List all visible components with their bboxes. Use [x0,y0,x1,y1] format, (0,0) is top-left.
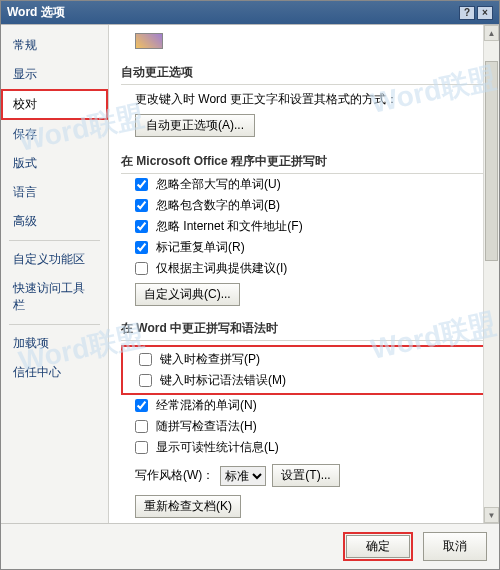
writing-style-select[interactable]: 标准 [220,466,266,486]
main-dict-only-checkbox[interactable] [135,262,148,275]
sidebar-item-proofing[interactable]: 校对 [1,89,108,120]
writing-style-label: 写作风格(W)： [135,467,214,484]
flag-repeated-label: 标记重复单词(R) [156,239,245,256]
confused-words-checkbox[interactable] [135,399,148,412]
sidebar-item-language[interactable]: 语言 [1,178,108,207]
section-word-title: 在 Word 中更正拼写和语法时 [121,314,487,341]
highlighted-spellcheck-group: 键入时检查拼写(P) 键入时标记语法错误(M) [121,345,487,395]
readability-stats-label: 显示可读性统计信息(L) [156,439,279,456]
main-panel: 自动更正选项 更改键入时 Word 更正文字和设置其格式的方式： 自动更正选项(… [109,25,499,523]
window-title: Word 选项 [7,4,65,21]
palette-icon [135,33,163,49]
sidebar-item-general[interactable]: 常规 [1,31,108,60]
ignore-internet-checkbox[interactable] [135,220,148,233]
ignore-numbers-checkbox[interactable] [135,199,148,212]
autocorrect-options-button[interactable]: 自动更正选项(A)... [135,114,255,137]
scroll-down-arrow[interactable]: ▼ [484,507,499,523]
confused-words-label: 经常混淆的单词(N) [156,397,257,414]
main-scroll-area: 自动更正选项 更改键入时 Word 更正文字和设置其格式的方式： 自动更正选项(… [109,25,499,523]
sidebar-divider [9,240,100,241]
flag-repeated-checkbox[interactable] [135,241,148,254]
grammar-with-spelling-label: 随拼写检查语法(H) [156,418,257,435]
ignore-numbers-label: 忽略包含数字的单词(B) [156,197,280,214]
grammar-with-spelling-checkbox[interactable] [135,420,148,433]
section-office-title: 在 Microsoft Office 程序中更正拼写时 [121,147,487,174]
vertical-scrollbar[interactable]: ▲ ▼ [483,25,499,523]
sidebar: 常规 显示 校对 保存 版式 语言 高级 自定义功能区 快速访问工具栏 加载项 … [1,25,109,523]
dialog-body: 常规 显示 校对 保存 版式 语言 高级 自定义功能区 快速访问工具栏 加载项 … [1,24,499,523]
word-options-window: Word 选项 ? × 常规 显示 校对 保存 版式 语言 高级 自定义功能区 … [0,0,500,570]
ok-highlight: 确定 [343,532,413,561]
ok-button[interactable]: 确定 [346,535,410,558]
sidebar-item-advanced[interactable]: 高级 [1,207,108,236]
ignore-internet-label: 忽略 Internet 和文件地址(F) [156,218,303,235]
mark-grammar-checkbox[interactable] [139,374,152,387]
scroll-up-arrow[interactable]: ▲ [484,25,499,41]
sidebar-divider [9,324,100,325]
mark-grammar-label: 键入时标记语法错误(M) [160,372,286,389]
recheck-document-button[interactable]: 重新检查文档(K) [135,495,241,518]
sidebar-item-layout[interactable]: 版式 [1,149,108,178]
ignore-uppercase-label: 忽略全部大写的单词(U) [156,176,281,193]
writing-style-settings-button[interactable]: 设置(T)... [272,464,339,487]
dialog-footer: 确定 取消 [1,523,499,569]
sidebar-item-customize-ribbon[interactable]: 自定义功能区 [1,245,108,274]
cancel-button[interactable]: 取消 [423,532,487,561]
sidebar-item-quick-access[interactable]: 快速访问工具栏 [1,274,108,320]
help-button[interactable]: ? [459,6,475,20]
main-dict-only-label: 仅根据主词典提供建议(I) [156,260,287,277]
scroll-track[interactable] [484,41,499,507]
custom-dictionaries-button[interactable]: 自定义词典(C)... [135,283,240,306]
sidebar-item-save[interactable]: 保存 [1,120,108,149]
scroll-thumb[interactable] [485,61,498,261]
ignore-uppercase-checkbox[interactable] [135,178,148,191]
autocorrect-label: 更改键入时 Word 更正文字和设置其格式的方式： [135,91,398,108]
readability-stats-checkbox[interactable] [135,441,148,454]
close-button[interactable]: × [477,6,493,20]
sidebar-item-display[interactable]: 显示 [1,60,108,89]
check-spelling-label: 键入时检查拼写(P) [160,351,260,368]
section-autocorrect-title: 自动更正选项 [121,58,487,85]
check-spelling-checkbox[interactable] [139,353,152,366]
sidebar-item-addins[interactable]: 加载项 [1,329,108,358]
sidebar-item-trust-center[interactable]: 信任中心 [1,358,108,387]
titlebar: Word 选项 ? × [1,1,499,24]
